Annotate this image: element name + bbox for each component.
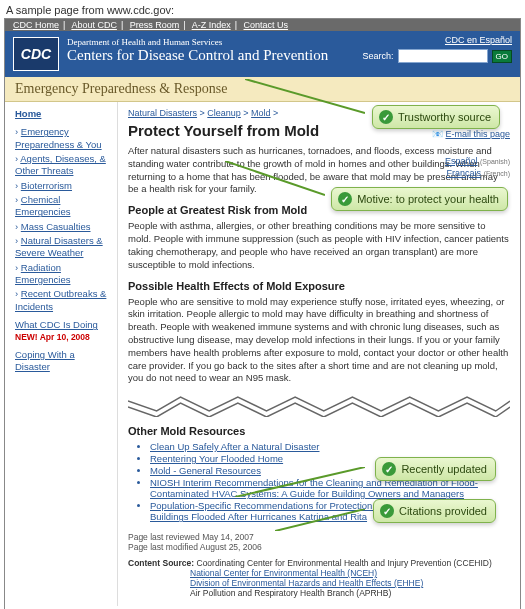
cdc-logo[interactable]: CDC [13,37,59,71]
resource-link[interactable]: Mold - General Resources [150,465,261,476]
espanol-link[interactable]: CDC en Español [363,35,512,45]
page-frame: CDC Home| About CDC| Press Room| A-Z Ind… [4,18,521,609]
site-banner: CDC Department of Health and Human Servi… [5,31,520,77]
page-dates: Page last reviewed May 14, 2007 Page las… [128,532,510,552]
breadcrumb-link[interactable]: Cleanup [207,108,241,118]
check-icon: ✓ [379,110,393,124]
body-paragraph: People with asthma, allergies, or other … [128,220,510,271]
breadcrumb-link[interactable]: Mold [251,108,271,118]
nav-item[interactable]: Natural Disasters & Severe Weather [15,235,103,258]
topnav-link[interactable]: A-Z Index [192,20,231,30]
nav-item[interactable]: Mass Casualties [21,221,91,232]
caption-text: A sample page from www.cdc.gov: [0,0,525,18]
content-source-label: Content Source: [128,558,194,568]
new-date-label: NEW! Apr 10, 2008 [15,332,111,343]
nav-section-link[interactable]: Coping With a Disaster [15,349,111,374]
content-source: Content Source: Coordinating Center for … [128,558,510,598]
topnav-link[interactable]: Contact Us [244,20,289,30]
topnav-link[interactable]: About CDC [71,20,117,30]
resource-link[interactable]: Reentering Your Flooded Home [150,453,283,464]
nav-section-link[interactable]: What CDC Is Doing [15,319,111,331]
top-utility-nav: CDC Home| About CDC| Press Room| A-Z Ind… [5,19,520,31]
annotation-motive: ✓ Motive: to protect your health [331,187,508,211]
nav-item[interactable]: Emergency Preparedness & You [15,126,102,149]
topnav-link[interactable]: CDC Home [13,20,59,30]
page-tools: 📧 E-mail this page Español (Spanish) Fra… [432,128,510,180]
lang-link[interactable]: Español [445,156,478,166]
reviewed-date: Page last reviewed May 14, 2007 [128,532,510,542]
main-content: Natural Disasters > Cleanup > Mold > Pro… [117,102,520,606]
annotation-citations: ✓ Citations provided [373,499,496,523]
section-heading: Possible Health Effects of Mold Exposure [128,280,510,292]
annotation-trustworthy: ✓ Trustworthy source [372,105,500,129]
nav-home-link[interactable]: Home [15,108,41,120]
section-heading: Emergency Preparedness & Response [5,77,520,102]
nav-item[interactable]: Recent Outbreaks & Incidents [15,288,106,311]
content-source-link[interactable]: National Center for Environmental Health… [190,568,510,578]
search-input[interactable] [398,49,488,63]
annotation-updated: ✓ Recently updated [375,457,496,481]
search-go-button[interactable]: GO [492,50,512,63]
breadcrumb-link[interactable]: Natural Disasters [128,108,197,118]
email-page-link[interactable]: 📧 E-mail this page [432,128,510,141]
nav-item[interactable]: Bioterrorism [21,180,72,191]
body-paragraph: People who are sensitive to mold may exp… [128,296,510,386]
search-label: Search: [363,51,394,61]
resource-link[interactable]: Clean Up Safely After a Natural Disaster [150,441,320,452]
page-break-graphic [128,393,510,417]
content-source-text: Air Pollution and Respiratory Health Bra… [190,588,510,598]
modified-date: Page last modified August 25, 2006 [128,542,510,552]
content-source-link[interactable]: Division of Environmental Hazards and He… [190,578,510,588]
section-heading: Other Mold Resources [128,425,510,437]
nav-item[interactable]: Chemical Emergencies [15,194,70,217]
content-source-text: Coordinating Center for Environmental He… [197,558,492,568]
topnav-link[interactable]: Press Room [130,20,180,30]
check-icon: ✓ [382,462,396,476]
check-icon: ✓ [380,504,394,518]
nav-item[interactable]: Agents, Diseases, & Other Threats [15,153,106,176]
left-nav: Home Emergency Preparedness & You Agents… [5,102,117,606]
check-icon: ✓ [338,192,352,206]
nav-item[interactable]: Radiation Emergencies [15,262,70,285]
lang-link[interactable]: Français [447,168,482,178]
